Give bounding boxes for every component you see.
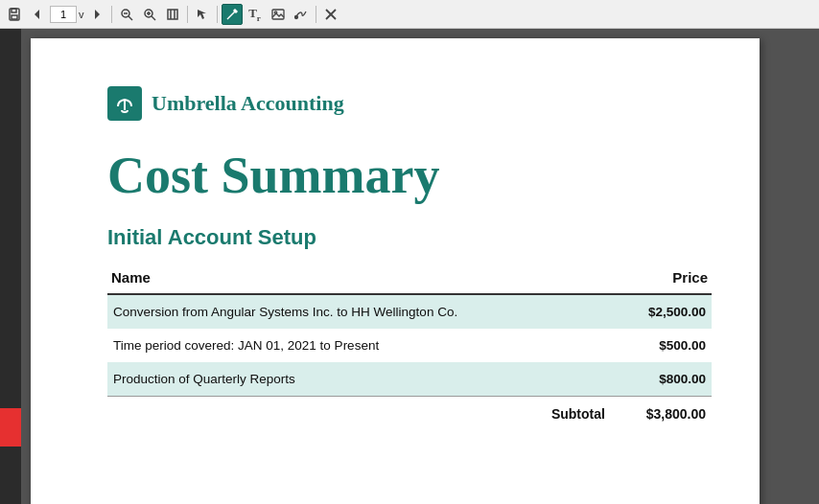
section-heading: Initial Account Setup xyxy=(107,225,712,250)
main-heading: Cost Summary xyxy=(107,148,712,204)
svg-rect-2 xyxy=(12,9,16,12)
svg-marker-15 xyxy=(198,10,206,19)
table-body: Conversion from Angular Systems Inc. to … xyxy=(107,294,712,397)
svg-rect-1 xyxy=(12,15,17,19)
zoom-in-button[interactable] xyxy=(139,4,160,25)
arrow-tool-button[interactable] xyxy=(192,4,213,25)
close-button[interactable] xyxy=(320,4,341,25)
row-price: $2,500.00 xyxy=(611,294,712,329)
separator-3 xyxy=(217,6,218,23)
page-counter: 1 v xyxy=(50,6,84,23)
main-area: Umbrella Accounting Cost Summary Initial… xyxy=(0,29,819,504)
toolbar: 1 v xyxy=(0,0,819,29)
svg-marker-4 xyxy=(95,10,100,19)
save-button[interactable] xyxy=(4,4,25,25)
logo-area: Umbrella Accounting xyxy=(107,86,712,121)
company-name: Umbrella Accounting xyxy=(152,91,344,116)
back-button[interactable] xyxy=(27,4,48,25)
zoom-fit-button[interactable] xyxy=(162,4,183,25)
subtotal-row: Subtotal $3,800.00 xyxy=(107,397,712,432)
separator-2 xyxy=(187,6,188,23)
document-page: Umbrella Accounting Cost Summary Initial… xyxy=(31,38,760,504)
name-column-header: Name xyxy=(107,263,611,294)
svg-line-18 xyxy=(227,18,228,19)
separator-4 xyxy=(316,6,316,23)
subtotal-label: Subtotal xyxy=(107,397,611,432)
separator-1 xyxy=(111,6,112,23)
svg-rect-19 xyxy=(272,10,284,19)
pencil-tool-button[interactable] xyxy=(222,4,243,25)
table-row: Time period covered: JAN 01, 2021 to Pre… xyxy=(107,329,712,362)
zoom-out-button[interactable] xyxy=(116,4,137,25)
image-tool-button[interactable] xyxy=(268,4,289,25)
svg-line-9 xyxy=(152,16,155,20)
forward-button[interactable] xyxy=(86,4,107,25)
svg-line-16 xyxy=(228,11,235,18)
svg-line-6 xyxy=(129,16,132,20)
svg-rect-12 xyxy=(168,10,177,19)
svg-marker-3 xyxy=(35,10,39,19)
row-price: $800.00 xyxy=(611,362,712,397)
document-area: Umbrella Accounting Cost Summary Initial… xyxy=(21,29,819,504)
table-header-row: Name Price xyxy=(107,263,712,294)
left-sidebar xyxy=(0,29,21,504)
cost-table: Name Price Conversion from Angular Syste… xyxy=(107,263,712,431)
price-column-header: Price xyxy=(611,263,712,294)
row-name: Time period covered: JAN 01, 2021 to Pre… xyxy=(107,329,611,362)
red-marker xyxy=(0,408,21,447)
text-tool-icon: Tr xyxy=(248,6,261,23)
page-input[interactable]: 1 xyxy=(50,6,77,23)
svg-point-21 xyxy=(294,15,297,18)
page-label: v xyxy=(79,9,84,20)
row-price: $500.00 xyxy=(611,329,712,362)
table-row: Production of Quarterly Reports$800.00 xyxy=(107,362,712,397)
row-name: Conversion from Angular Systems Inc. to … xyxy=(107,294,611,329)
subtotal-value: $3,800.00 xyxy=(611,397,712,432)
text-tool-button[interactable]: Tr xyxy=(245,4,266,25)
row-name: Production of Quarterly Reports xyxy=(107,362,611,397)
logo-icon xyxy=(107,86,142,121)
table-row: Conversion from Angular Systems Inc. to … xyxy=(107,294,712,329)
draw-tool-button[interactable] xyxy=(291,4,312,25)
